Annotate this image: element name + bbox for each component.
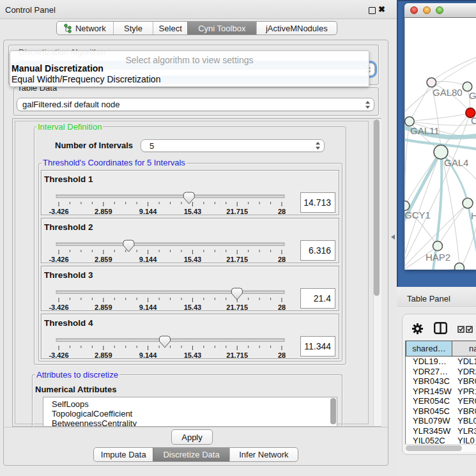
svg-text:CA: CA <box>471 115 476 126</box>
svg-text:HAP2: HAP2 <box>426 252 450 263</box>
svg-text:HA: HA <box>471 210 476 221</box>
svg-text:GAL11: GAL11 <box>410 125 440 136</box>
svg-text:GA: GA <box>469 90 476 101</box>
svg-text:GAL80: GAL80 <box>433 87 463 98</box>
svg-text:GCY1: GCY1 <box>404 210 431 220</box>
svg-text:GAL4: GAL4 <box>444 157 468 168</box>
